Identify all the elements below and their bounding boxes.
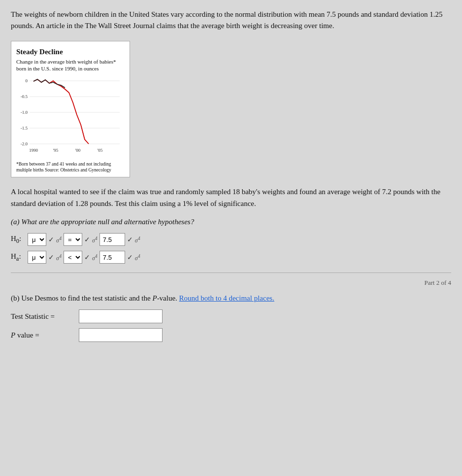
h0-sigma-mid: σ4 bbox=[92, 235, 98, 245]
ha-row: Ha: μ ✓ σ4 < = > ≠ ✓ σ4 ✓ σ4 bbox=[11, 251, 451, 264]
test-statistic-input[interactable] bbox=[79, 309, 163, 323]
h0-op-check-icon: ✓ bbox=[84, 235, 90, 245]
ha-variable-select[interactable]: μ bbox=[28, 251, 46, 264]
ha-sigma-right: σ4 bbox=[135, 252, 140, 263]
part-a-question: (a) What are the appropriate null and al… bbox=[11, 216, 451, 228]
h0-sigma-right: σ4 bbox=[135, 235, 140, 245]
section-divider bbox=[11, 272, 451, 273]
h0-sigma-left: σ4 bbox=[56, 235, 62, 245]
part-label: Part 2 of 4 bbox=[11, 278, 451, 288]
part-b-instruction: (b) Use Desmos to find the test statisti… bbox=[11, 294, 179, 302]
body-text: A local hospital wanted to see if the cl… bbox=[11, 186, 451, 209]
h0-val-check-icon: ✓ bbox=[127, 235, 133, 245]
chart-area: 0 -0.5 -1.0 -1.5 -2.0 1990 '95 '00 '05 bbox=[16, 75, 125, 159]
svg-text:-0.5: -0.5 bbox=[21, 94, 28, 99]
chart-subtitle: Change in the average birth weight of ba… bbox=[16, 58, 125, 72]
ha-check-icon: ✓ bbox=[48, 252, 54, 263]
ha-operator-select[interactable]: < = > ≠ bbox=[64, 251, 82, 264]
svg-text:'05: '05 bbox=[98, 148, 103, 153]
svg-text:1990: 1990 bbox=[29, 148, 38, 153]
svg-text:-1.0: -1.0 bbox=[21, 110, 28, 115]
ha-sigma-left: σ4 bbox=[56, 252, 62, 263]
ha-value-input[interactable] bbox=[99, 251, 125, 264]
h0-variable-select[interactable]: μ bbox=[28, 233, 46, 246]
h0-value-input[interactable] bbox=[99, 233, 125, 246]
svg-text:'95: '95 bbox=[53, 148, 59, 153]
p-value-label: P value = bbox=[11, 330, 75, 341]
h0-row: H0: μ ✓ σ4 = < > ≠ ✓ σ4 ✓ σ4 bbox=[11, 233, 451, 246]
p-value-row: P value = bbox=[11, 328, 451, 342]
chart-title: Steady Decline bbox=[16, 46, 125, 58]
test-statistic-label: Test Statistic = bbox=[11, 311, 75, 322]
h0-operator-select[interactable]: = < > ≠ bbox=[64, 233, 82, 246]
intro-text: The weights of newborn children in the U… bbox=[11, 9, 451, 32]
ha-op-check-icon: ✓ bbox=[84, 252, 90, 263]
ha-sigma-mid: σ4 bbox=[92, 252, 98, 263]
p-value-input[interactable] bbox=[79, 328, 163, 342]
round-note: Round both to 4 decimal places. bbox=[179, 294, 274, 302]
svg-text:'00: '00 bbox=[75, 148, 81, 153]
ha-val-check-icon: ✓ bbox=[127, 252, 133, 263]
h0-label: H0: bbox=[11, 233, 26, 246]
part-b-text: (b) Use Desmos to find the test statisti… bbox=[11, 293, 451, 304]
chart-card: Steady Decline Change in the average bir… bbox=[11, 41, 130, 178]
svg-text:0: 0 bbox=[26, 78, 28, 83]
h0-check-icon: ✓ bbox=[48, 235, 54, 245]
svg-text:-2.0: -2.0 bbox=[21, 141, 28, 146]
chart-footnote: *Born between 37 and 41 weeks and not in… bbox=[16, 161, 125, 173]
ha-label: Ha: bbox=[11, 251, 26, 264]
svg-text:-1.5: -1.5 bbox=[21, 126, 28, 131]
test-statistic-row: Test Statistic = bbox=[11, 309, 451, 323]
